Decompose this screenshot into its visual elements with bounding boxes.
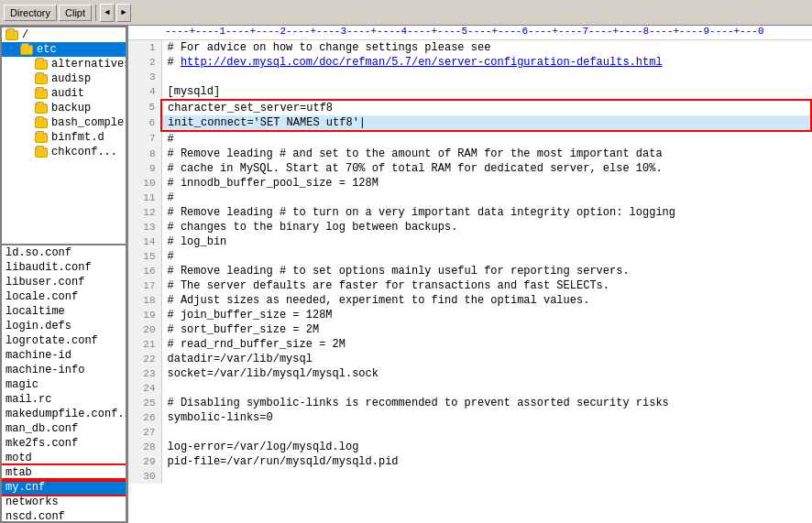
arrow-right[interactable]: ► xyxy=(116,4,131,22)
line-number: 5 xyxy=(128,100,161,115)
line-content[interactable]: init_connect='SET NAMES utf8'| xyxy=(161,115,811,131)
tree-item--[interactable]: / xyxy=(2,27,126,42)
file-item-mke2fs-conf[interactable]: mke2fs.conf xyxy=(2,436,126,451)
line-content[interactable]: log-error=/var/log/mysqld.log xyxy=(161,440,811,454)
line-content[interactable]: # Remove leading # and set to the amount… xyxy=(161,147,811,161)
line-content[interactable]: # changes to the binary log between back… xyxy=(161,220,811,234)
line-content[interactable] xyxy=(161,70,811,84)
file-item-mail-rc[interactable]: mail.rc xyxy=(2,392,126,407)
tree-label: / xyxy=(22,28,28,41)
tree-item-bash-comple[interactable]: bash_comple xyxy=(2,115,126,130)
line-content[interactable]: # http://dev.mysql.com/doc/refman/5.7/en… xyxy=(161,55,811,70)
code-line-8: 8# Remove leading # and set to the amoun… xyxy=(128,147,811,161)
folder-icon xyxy=(35,104,48,114)
code-line-18: 18# Adjust sizes as needed, experiment t… xyxy=(128,293,811,308)
file-label: networks xyxy=(5,496,59,508)
file-item-machine-id[interactable]: machine-id xyxy=(2,348,126,363)
file-item-networks[interactable]: networks xyxy=(2,495,126,509)
line-content[interactable] xyxy=(161,381,811,396)
line-content[interactable]: # log_bin xyxy=(161,234,811,249)
code-area[interactable]: 1# For advice on how to change settings … xyxy=(128,40,812,523)
line-number: 16 xyxy=(128,264,161,278)
tree-label: backup xyxy=(51,102,91,114)
file-inner[interactable]: ld.so.conflibaudit.conflibuser.conflocal… xyxy=(2,245,126,521)
tree-label: audit xyxy=(51,87,84,100)
main-area: /etcalternativesaudispauditbackupbash_co… xyxy=(0,26,812,523)
file-panel: ld.so.conflibaudit.conflibuser.conflocal… xyxy=(0,245,127,523)
line-number: 7 xyxy=(128,131,161,147)
file-item-magic[interactable]: magic xyxy=(2,377,126,392)
file-item-libaudit-conf[interactable]: libaudit.conf xyxy=(2,260,126,275)
line-content[interactable] xyxy=(161,469,811,484)
line-content[interactable] xyxy=(161,425,811,440)
line-content[interactable]: character_set_server=utf8 xyxy=(161,100,811,115)
directory-tab[interactable]: Directory xyxy=(4,5,57,21)
tree-label: binfmt.d xyxy=(51,131,104,144)
tree-item-binfmt-d[interactable]: binfmt.d xyxy=(2,130,126,145)
file-label: mtab xyxy=(5,466,32,479)
line-content[interactable]: # The server defaults are faster for tra… xyxy=(161,278,811,293)
folder-icon xyxy=(35,89,48,99)
tree-item-chkconf---[interactable]: chkconf... xyxy=(2,145,126,159)
tree-inner[interactable]: /etcalternativesaudispauditbackupbash_co… xyxy=(2,27,126,244)
file-item-machine-info[interactable]: machine-info xyxy=(2,363,126,377)
file-item-localtime[interactable]: localtime xyxy=(2,304,126,319)
file-label: locale.conf xyxy=(5,290,78,303)
line-content[interactable]: # Adjust sizes as needed, experiment to … xyxy=(161,293,811,308)
doc-link[interactable]: http://dev.mysql.com/doc/refman/5.7/en/s… xyxy=(181,56,663,69)
line-number: 4 xyxy=(128,84,161,100)
tree-item-backup[interactable]: backup xyxy=(2,101,126,115)
line-content[interactable]: datadir=/var/lib/mysql xyxy=(161,352,811,366)
file-item-locale-conf[interactable]: locale.conf xyxy=(2,289,126,304)
line-number: 30 xyxy=(128,469,161,484)
toolbar: Directory Clipt ◄ ► xyxy=(0,0,812,26)
line-content[interactable]: # xyxy=(161,249,811,264)
file-label: man_db.conf xyxy=(5,422,78,435)
arrow-left[interactable]: ◄ xyxy=(100,4,115,22)
tree-item-alternatives[interactable]: alternatives xyxy=(2,57,126,71)
line-content[interactable]: # innodb_buffer_pool_size = 128M xyxy=(161,176,811,191)
file-item-nscd-conf[interactable]: nscd.conf xyxy=(2,509,126,521)
file-item-my-cnf[interactable]: my.cnf xyxy=(2,480,126,495)
file-item-man-db-conf[interactable]: man_db.conf xyxy=(2,421,126,436)
folder-icon xyxy=(20,45,33,55)
highlighted-text: init_connect='SET NAMES utf8'| xyxy=(168,116,366,129)
line-content[interactable]: symbolic-links=0 xyxy=(161,410,811,425)
line-content[interactable]: # read_rnd_buffer_size = 2M xyxy=(161,337,811,352)
line-content[interactable]: # cache in MySQL. Start at 70% of total … xyxy=(161,161,811,176)
file-label: motd xyxy=(5,452,32,464)
code-line-16: 16# Remove leading # to set options main… xyxy=(128,264,811,278)
line-content[interactable]: pid-file=/var/run/mysqld/mysqld.pid xyxy=(161,454,811,469)
line-content[interactable]: [mysqld] xyxy=(161,84,811,100)
code-line-21: 21# read_rnd_buffer_size = 2M xyxy=(128,337,811,352)
tree-item-audisp[interactable]: audisp xyxy=(2,71,126,86)
line-content[interactable]: # xyxy=(161,131,811,147)
file-item-ld-so-conf[interactable]: ld.so.conf xyxy=(2,245,126,260)
line-content[interactable]: # For advice on how to change settings p… xyxy=(161,40,811,55)
line-content[interactable]: # Disabling symbolic-links is recommende… xyxy=(161,396,811,410)
line-content[interactable]: # xyxy=(161,191,811,205)
clipt-tab[interactable]: Clipt xyxy=(59,5,92,21)
code-line-10: 10# innodb_buffer_pool_size = 128M xyxy=(128,176,811,191)
file-label: logrotate.conf xyxy=(5,334,98,347)
code-line-4: 4[mysqld] xyxy=(128,84,811,100)
file-item-logrotate-conf[interactable]: logrotate.conf xyxy=(2,333,126,348)
tree-label: bash_comple xyxy=(51,116,124,129)
file-item-makedumpfile-conf-s[interactable]: makedumpfile.conf.s xyxy=(2,407,126,421)
line-content[interactable]: # Remove leading # to set options mainly… xyxy=(161,264,811,278)
folder-icon xyxy=(5,30,18,40)
line-content[interactable]: socket=/var/lib/mysql/mysql.sock xyxy=(161,366,811,381)
code-line-6: 6init_connect='SET NAMES utf8'| xyxy=(128,115,811,131)
line-number: 14 xyxy=(128,234,161,249)
file-label: my.cnf xyxy=(5,481,45,494)
file-item-motd[interactable]: motd xyxy=(2,451,126,465)
tree-item-etc[interactable]: etc xyxy=(2,42,126,57)
file-label: localtime xyxy=(5,305,65,318)
file-item-libuser-conf[interactable]: libuser.conf xyxy=(2,275,126,289)
line-content[interactable]: # join_buffer_size = 128M xyxy=(161,308,811,322)
line-content[interactable]: # Remove leading # to turn on a very imp… xyxy=(161,205,811,220)
tree-item-audit[interactable]: audit xyxy=(2,86,126,101)
file-item-login-defs[interactable]: login.defs xyxy=(2,319,126,333)
line-content[interactable]: # sort_buffer_size = 2M xyxy=(161,322,811,337)
file-item-mtab[interactable]: mtab xyxy=(2,465,126,480)
